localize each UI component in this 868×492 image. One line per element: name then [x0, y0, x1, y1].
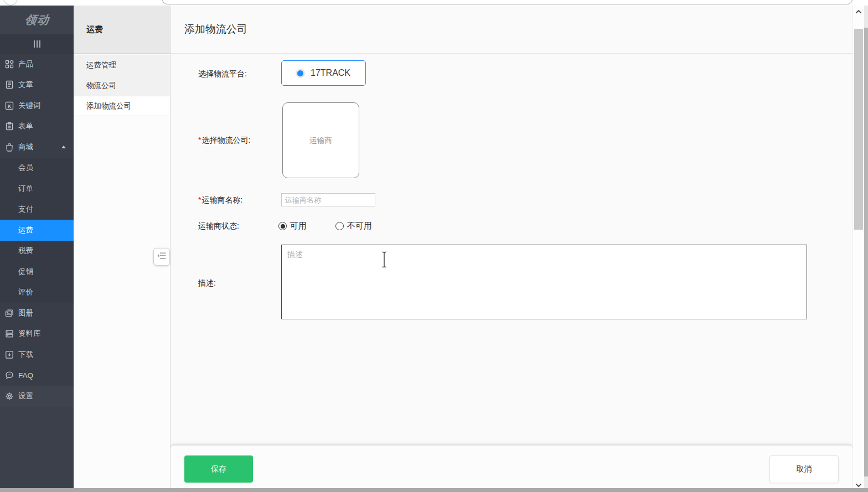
platform-option-17track[interactable]: 17TRACK [281, 60, 366, 86]
sidebar-item-label: 评价 [18, 287, 33, 297]
page-header: 添加物流公司 [170, 6, 852, 54]
sidebar-item-label: 支付 [18, 204, 33, 214]
sidebar-item-keywords[interactable]: K关键词 [0, 95, 74, 116]
company-picker-text: 运输商 [309, 136, 332, 146]
page-title: 添加物流公司 [184, 22, 247, 37]
sidebar-collapse-toggle[interactable] [0, 34, 74, 54]
album-icon [4, 309, 14, 318]
carrier-name-input[interactable] [281, 193, 375, 206]
chevron-up-icon [61, 146, 66, 148]
sidebar-item-label: 会员 [18, 163, 33, 173]
description-label: 描述: [198, 277, 216, 288]
address-bar-fragment[interactable] [162, 0, 852, 4]
save-button[interactable]: 保存 [184, 455, 253, 483]
settings-icon [4, 392, 14, 401]
sidebar-item-shipping[interactable]: 运费 [0, 220, 74, 241]
sidebar-item-label: FAQ [18, 371, 33, 380]
status-option-1[interactable]: 不可用 [335, 221, 372, 231]
page-scrollbar-thumb[interactable] [854, 29, 863, 230]
sidebar-item-albums[interactable]: 图册 [0, 303, 74, 324]
app-logo-text: 领动 [24, 12, 50, 28]
panel-collapse-button[interactable] [153, 248, 170, 266]
secondary-menu: 运费管理物流公司添加物流公司 [74, 55, 170, 116]
radio-unselected-icon[interactable] [335, 222, 344, 230]
form-icon [4, 122, 14, 131]
app-logo[interactable]: 领动 [0, 6, 74, 34]
secondary-item-label: 添加物流公司 [86, 101, 131, 111]
sidebar-item-articles[interactable]: 文章 [0, 75, 74, 96]
sidebar-item-library[interactable]: 资料库 [0, 324, 74, 345]
sidebar-item-tax[interactable]: 税费 [0, 241, 74, 262]
carrier-status-radio-group: 可用不可用 [278, 221, 372, 231]
sidebar: 领动 产品文章K关键词表单商城会员订单支付运费税费促销评价图册资料库下载FAQ设… [0, 6, 74, 492]
sidebar-item-label: 商城 [18, 142, 33, 152]
sidebar-item-orders[interactable]: 订单 [0, 178, 74, 199]
menu-fold-icon [157, 252, 166, 262]
scroll-down-icon[interactable] [853, 483, 864, 487]
download-icon [4, 350, 14, 359]
platform-label: 选择物流平台: [198, 68, 247, 79]
svg-text:K: K [7, 103, 11, 108]
sidebar-item-label: 税费 [18, 246, 33, 256]
sidebar-item-mall[interactable]: 商城 [0, 137, 74, 158]
sidebar-item-promotion[interactable]: 促销 [0, 261, 74, 282]
horizontal-scrollbar[interactable] [0, 488, 868, 492]
app: 领动 产品文章K关键词表单商城会员订单支付运费税费促销评价图册资料库下载FAQ设… [0, 6, 868, 492]
main-content: 添加物流公司 选择物流平台: 17TRACK *选择物流公司: 运输商 *运输商… [170, 6, 852, 492]
radio-selected-icon [296, 69, 305, 78]
browser-chrome-strip [0, 0, 868, 6]
sidebar-item-members[interactable]: 会员 [0, 158, 74, 179]
browser-scrollbar [864, 6, 868, 492]
form-footer: 保存 取消 [170, 446, 852, 489]
library-icon [4, 329, 14, 338]
secondary-item-add-logistics-company[interactable]: 添加物流公司 [74, 96, 170, 116]
secondary-panel-title: 运费 [74, 6, 170, 54]
sidebar-item-label: 图册 [18, 308, 33, 318]
radio-selected-icon[interactable] [278, 222, 287, 230]
sidebar-item-label: 资料库 [18, 329, 41, 339]
mall-icon [4, 143, 14, 152]
keyword-icon: K [4, 101, 14, 110]
sidebar-item-settings[interactable]: 设置 [0, 386, 74, 407]
secondary-item-label: 运费管理 [86, 60, 116, 70]
sidebar-item-label: 文章 [18, 80, 33, 90]
sidebar-item-label: 关键词 [18, 101, 41, 111]
carrier-name-label: *运输商名称: [198, 194, 242, 205]
sidebar-item-label: 促销 [18, 267, 33, 277]
status-option-0[interactable]: 可用 [278, 221, 307, 231]
page-scrollbar [852, 6, 864, 492]
sidebar-item-label: 下载 [18, 350, 33, 360]
company-picker-box[interactable]: 运输商 [282, 102, 359, 178]
browser-button-fragment [3, 0, 18, 6]
required-mark: * [198, 136, 201, 144]
sidebar-item-label: 订单 [18, 184, 33, 194]
secondary-item-label: 物流公司 [86, 81, 116, 91]
cancel-button[interactable]: 取消 [769, 455, 839, 483]
sidebar-item-payment[interactable]: 支付 [0, 199, 74, 220]
description-textarea[interactable] [281, 245, 807, 319]
sidebar-item-reviews[interactable]: 评价 [0, 282, 74, 303]
screen: 领动 产品文章K关键词表单商城会员订单支付运费税费促销评价图册资料库下载FAQ设… [0, 0, 868, 492]
sidebar-nav: 产品文章K关键词表单商城会员订单支付运费税费促销评价图册资料库下载FAQ设置 [0, 54, 74, 492]
scroll-up-icon[interactable] [853, 10, 864, 14]
sidebar-item-label: 运费 [18, 225, 33, 235]
secondary-item-logistics-company[interactable]: 物流公司 [74, 75, 170, 96]
secondary-item-shipping-management[interactable]: 运费管理 [74, 55, 170, 75]
appstore-icon [4, 60, 14, 69]
carrier-status-label: 运输商状态: [198, 220, 239, 231]
browser-scrollbar-thumb[interactable] [864, 28, 868, 477]
platform-option-label: 17TRACK [311, 68, 350, 78]
company-label: *选择物流公司: [198, 134, 250, 146]
status-option-label: 可用 [290, 221, 307, 231]
collapse-bars-icon [39, 40, 40, 48]
article-icon [4, 80, 14, 89]
sidebar-item-faq[interactable]: FAQ [0, 365, 74, 386]
sidebar-item-label: 设置 [18, 391, 33, 401]
sidebar-item-products[interactable]: 产品 [0, 54, 74, 75]
sidebar-item-forms[interactable]: 表单 [0, 116, 74, 137]
sidebar-item-label: 产品 [18, 59, 33, 69]
status-option-label: 不可用 [347, 221, 372, 231]
sidebar-item-download[interactable]: 下载 [0, 344, 74, 365]
collapse-bars-icon [34, 40, 35, 48]
required-mark: * [198, 195, 201, 204]
